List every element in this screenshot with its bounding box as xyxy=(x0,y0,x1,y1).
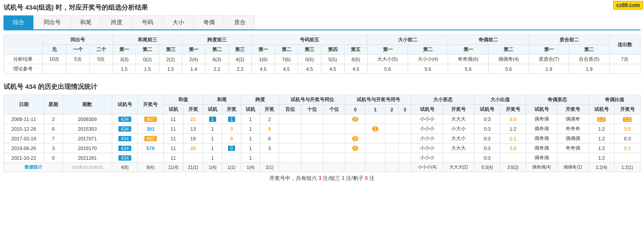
theory-wu xyxy=(42,64,66,74)
theory-jiouu1: 5.6 xyxy=(448,64,489,74)
jbz-kaijang-1: 1:2 xyxy=(615,114,640,124)
analysis-empty-header xyxy=(4,35,43,55)
th-jiouu2: 第二 xyxy=(488,45,529,55)
kd-shiji-3: 1 xyxy=(241,134,260,143)
th-3-1 xyxy=(398,114,412,124)
analysis-table: 同出号 和尾前三 跨度前三 号码前五 大小前二 奇偶前二 质合前二 连出数 无 … xyxy=(4,35,640,74)
weekday-1: 2 xyxy=(44,114,63,124)
kaijang-3: 882 xyxy=(138,134,164,143)
th-jx-kaijang: 开奖号 xyxy=(557,105,589,114)
site-badge: cz89.com xyxy=(613,1,643,10)
summary-kd-kaijang: 2(1) xyxy=(260,163,279,172)
th0-badge-1: 0 xyxy=(352,117,358,122)
theory-hewei2: 1.5 xyxy=(136,64,159,74)
th-haoma4: 第四 xyxy=(321,45,344,55)
th-kuadu-group: 跨度 xyxy=(241,95,279,105)
theory-yige xyxy=(66,64,90,74)
th-0-5 xyxy=(345,153,365,163)
th-tw-shi: 十位 xyxy=(301,105,323,114)
result-yige: 5次 xyxy=(66,55,90,64)
th-th-1: 1 xyxy=(365,105,385,114)
hewei-header: 和尾前三 xyxy=(113,35,182,45)
result-erge: 0次 xyxy=(89,55,113,64)
period-4: 2019170 xyxy=(63,143,112,153)
summary-hz-kaijang: 21(1) xyxy=(183,163,203,172)
history-title: 试机号 434 的历史出现情况统计 xyxy=(4,83,640,91)
theory-haoma4: 4.5 xyxy=(321,64,344,74)
tab-kuadu[interactable]: 跨度 xyxy=(102,15,132,29)
theory-haoma2: 4.5 xyxy=(275,64,298,74)
summary-kaijang: 8(4) xyxy=(138,163,164,172)
tab-tonghao[interactable]: 同出号 xyxy=(34,15,70,29)
th-2-2 xyxy=(385,124,398,134)
hz-kaijang-1: 21 xyxy=(183,114,203,124)
tab-zhihe[interactable]: 质合 xyxy=(225,15,255,29)
jbz-kaijang-4: 2:1 xyxy=(615,143,640,153)
dx-kaijang-3: 大大小 xyxy=(443,134,474,143)
hz-shiji-4: 11 xyxy=(163,143,183,153)
dxbz-kaijang-1: 3:0 xyxy=(500,114,526,124)
theory-label: 理论参考 xyxy=(4,64,43,74)
jbz-shiji-2: 1:2 xyxy=(589,124,615,134)
kuadu-header: 跨度前三 xyxy=(182,35,252,45)
th-kuadu-shiji: 试机 xyxy=(241,105,260,114)
tab-haoma[interactable]: 号码 xyxy=(132,15,162,29)
shiji-5: 434 xyxy=(112,153,138,163)
summary-tw-ge xyxy=(323,163,345,172)
result-kuadu2: 6(3) xyxy=(205,55,228,64)
tabs-bar: 综合 同出号 和尾 跨度 号码 大小 奇偶 质合 xyxy=(4,15,640,30)
result-zhihe2: 合合质(5) xyxy=(569,55,610,64)
result-label: 分析结果 xyxy=(4,55,43,64)
result-kuadu1: 2(4) xyxy=(182,55,206,64)
th-3-3 xyxy=(398,134,412,143)
result-wu: 10次 xyxy=(42,55,66,64)
dx-shiji-4: 小小小 xyxy=(412,143,443,153)
th-haoma5: 第五 xyxy=(344,45,368,55)
result-jiouu1: 奇奇偶(6) xyxy=(448,55,489,64)
jbz-shiji-4: 1:2 xyxy=(589,143,615,153)
summary-jx-kaijang: 偶偶奇(1) xyxy=(557,163,589,172)
tab-daxiao[interactable]: 大小 xyxy=(163,15,193,29)
tab-comprehensive[interactable]: 综合 xyxy=(4,15,33,29)
th-period: 期数 xyxy=(63,95,112,114)
tab-hewei[interactable]: 和尾 xyxy=(71,15,101,29)
result-zhihe1: 质质合(7) xyxy=(529,55,569,64)
tw-ge-3 xyxy=(323,134,345,143)
tonghao-header: 同出号 xyxy=(42,35,113,45)
tab-jiouu[interactable]: 奇偶 xyxy=(194,15,224,29)
tw-shi-2 xyxy=(301,124,323,134)
dx-kaijang-5 xyxy=(443,153,474,163)
history-row-3: 2017-03-19 7 2017071 434 882 11 18 1 8 1… xyxy=(4,134,640,143)
hw-shiji-1: 1 xyxy=(203,114,222,124)
th-th-2: 2 xyxy=(385,105,398,114)
th-hewei-kaijang: 开奖 xyxy=(222,105,241,114)
zhihe-header: 质合前二 xyxy=(529,35,609,45)
hz-kaijang-2: 13 xyxy=(183,124,203,134)
tw-ge-5 xyxy=(323,153,345,163)
weekday-5: 0 xyxy=(44,153,63,163)
dx-shiji-2: 小小小 xyxy=(412,124,443,134)
tw-bai-5 xyxy=(279,153,301,163)
jx-kaijang-5 xyxy=(557,153,589,163)
date-4: 2019-06-26 xyxy=(4,143,44,153)
th0-badge-4: 0 xyxy=(352,146,358,151)
th-date: 日期 xyxy=(4,95,44,114)
th-kaijang: 开奖号 xyxy=(138,95,164,114)
dxbz-shiji-5: 0:3 xyxy=(475,153,500,163)
dx-kaijang-2: 小大小 xyxy=(443,124,474,134)
summary-row: 数据统计 1(5)表示1出现5次 4(8) 8(4) 11(4) 21(1) 1… xyxy=(4,163,640,172)
result-jiouu2: 偶偶奇(4) xyxy=(488,55,529,64)
period-3: 2017071 xyxy=(63,134,112,143)
result-haoma2: 7(6) xyxy=(275,55,298,64)
date-2: 2015-12-26 xyxy=(4,124,44,134)
hz-kaijang-4: 20 xyxy=(183,143,203,153)
th-1-3 xyxy=(365,134,385,143)
tw-ge-2 xyxy=(323,124,345,134)
th-hezhi-shiji: 试机 xyxy=(163,105,183,114)
theory-haoma1: 4.5 xyxy=(252,64,275,74)
summary-th1 xyxy=(365,163,385,172)
tw-shi-3 xyxy=(301,134,323,143)
kd-kaijang-1: 2 xyxy=(260,114,279,124)
hz-shiji-5: 11 xyxy=(163,153,183,163)
th-1-2: 1 xyxy=(365,124,385,134)
